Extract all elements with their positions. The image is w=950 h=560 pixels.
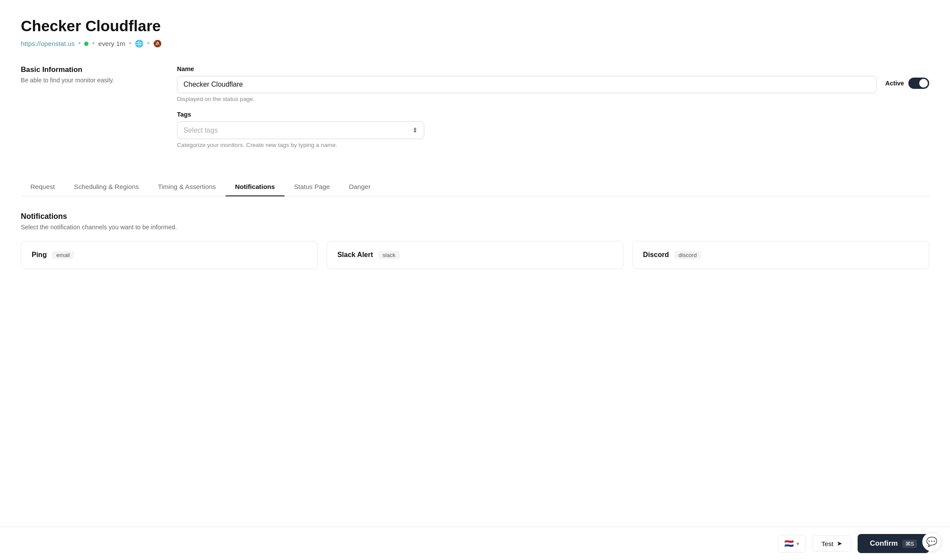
- notifications-section: Notifications Select the notification ch…: [21, 212, 929, 269]
- confirm-shortcut: ⌘S: [902, 540, 917, 548]
- notif-name-slack: Slack Alert: [337, 251, 373, 259]
- tab-status-page[interactable]: Status Page: [285, 178, 340, 196]
- monitor-url[interactable]: https://openstat.us: [21, 40, 75, 47]
- notif-name-discord: Discord: [643, 251, 669, 259]
- notifications-title: Notifications: [21, 212, 929, 221]
- language-selector[interactable]: 🇳🇱 ▾: [778, 535, 806, 553]
- tags-select[interactable]: Select tags ⬍: [177, 121, 424, 139]
- separator-3: •: [129, 39, 131, 48]
- tags-hint: Categorize your monitors. Create new tag…: [177, 142, 929, 148]
- notifications-desc: Select the notification channels you wan…: [21, 224, 929, 231]
- tags-placeholder: Select tags: [183, 127, 218, 134]
- notif-tag-slack: slack: [378, 251, 400, 259]
- tab-request[interactable]: Request: [21, 178, 65, 196]
- flag-icon: 🇳🇱: [784, 539, 794, 548]
- interval-text: every 1m: [98, 40, 125, 47]
- send-icon: ➤: [837, 540, 842, 547]
- tab-danger[interactable]: Danger: [339, 178, 380, 196]
- test-button[interactable]: Test ➤: [812, 535, 852, 552]
- tab-scheduling[interactable]: Scheduling & Regions: [65, 178, 148, 196]
- notif-tag-discord: discord: [674, 251, 701, 259]
- main-layout: Basic Information Be able to find your m…: [21, 65, 929, 157]
- tab-notifications[interactable]: Notifications: [226, 178, 285, 196]
- section-title: Basic Information: [21, 65, 142, 74]
- page-title: Checker Cloudflare: [21, 17, 929, 35]
- name-label: Name: [177, 65, 877, 72]
- notif-name-ping: Ping: [32, 251, 47, 259]
- globe-icon: 🌐: [135, 39, 144, 48]
- tab-timing[interactable]: Timing & Assertions: [148, 178, 226, 196]
- name-hint: Displayed on the status page.: [177, 96, 929, 102]
- bottom-bar: 🇳🇱 ▾ Test ➤ Confirm ⌘S: [0, 527, 950, 560]
- toggle-track: [908, 78, 929, 89]
- meta-row: https://openstat.us • • every 1m • 🌐 • 🔕: [21, 39, 929, 48]
- name-active-row: Name Active: [177, 65, 929, 93]
- confirm-label: Confirm: [870, 539, 898, 548]
- separator-2: •: [92, 39, 95, 48]
- bell-muted-icon[interactable]: 🔕: [153, 39, 162, 48]
- status-indicator: [84, 42, 88, 46]
- chevron-updown-icon: ⬍: [412, 126, 418, 134]
- name-input[interactable]: [177, 76, 877, 93]
- tags-label: Tags: [177, 111, 929, 118]
- language-chevron-icon: ▾: [796, 540, 799, 547]
- notification-card-discord[interactable]: Discord discord: [632, 241, 929, 269]
- chat-icon[interactable]: 💬: [922, 532, 941, 551]
- confirm-button[interactable]: Confirm ⌘S: [858, 534, 929, 553]
- left-column: Basic Information Be able to find your m…: [21, 65, 142, 157]
- active-label: Active: [885, 80, 904, 87]
- notif-tag-email: email: [52, 251, 74, 259]
- toggle-thumb: [919, 79, 928, 88]
- name-field-wrap: Name: [177, 65, 877, 93]
- separator-1: •: [78, 39, 81, 48]
- test-label: Test: [821, 540, 833, 547]
- tabs-row: Request Scheduling & Regions Timing & As…: [21, 178, 929, 196]
- right-column: Name Active Displayed on the status page…: [177, 65, 929, 157]
- separator-4: •: [147, 39, 150, 48]
- notification-card-ping[interactable]: Ping email: [21, 241, 318, 269]
- notification-card-slack[interactable]: Slack Alert slack: [327, 241, 624, 269]
- active-toggle[interactable]: [908, 78, 929, 89]
- active-control: Active: [885, 65, 929, 89]
- section-desc: Be able to find your monitor easily.: [21, 77, 142, 84]
- notification-cards: Ping email Slack Alert slack Discord dis…: [21, 241, 929, 269]
